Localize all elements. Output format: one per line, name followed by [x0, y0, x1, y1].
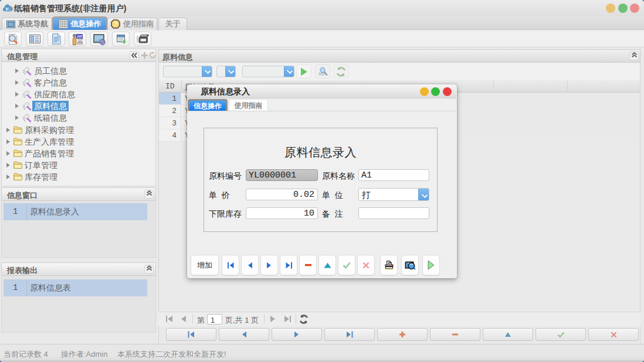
- svg-text:y: y: [5, 5, 9, 12]
- svg-text:?: ?: [114, 21, 117, 28]
